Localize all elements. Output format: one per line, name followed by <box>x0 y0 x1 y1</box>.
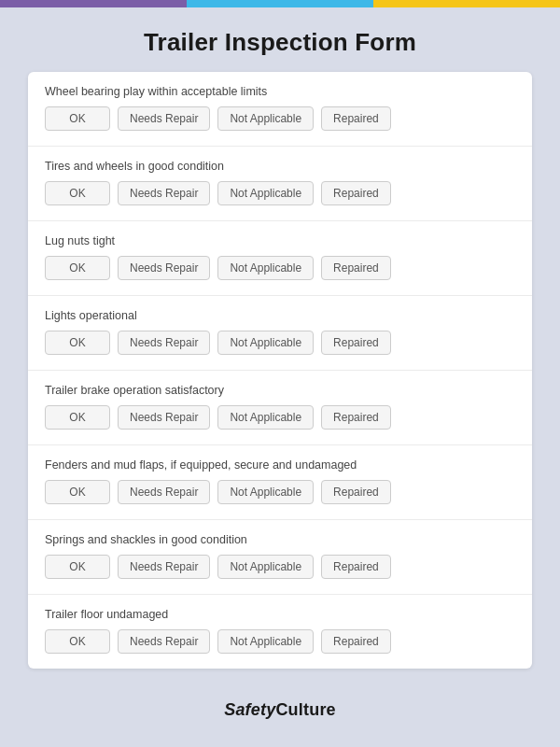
options-springs-shackles: OKNeeds RepairNot ApplicableRepaired <box>45 555 515 579</box>
top-bar <box>0 0 560 7</box>
option-btn-fenders-repaired[interactable]: Repaired <box>321 480 391 504</box>
option-btn-lights-not-applicable[interactable]: Not Applicable <box>217 331 314 355</box>
option-btn-trailer-floor-needs-repair[interactable]: Needs Repair <box>118 629 210 654</box>
option-btn-fenders-needs-repair[interactable]: Needs Repair <box>118 480 210 504</box>
inspection-item-lug-nuts: Lug nuts tightOKNeeds RepairNot Applicab… <box>28 221 532 296</box>
option-btn-fenders-ok[interactable]: OK <box>45 480 110 504</box>
item-label-tires-wheels: Tires and wheels in good condition <box>45 160 515 173</box>
top-bar-blue <box>187 0 373 7</box>
inspection-item-tires-wheels: Tires and wheels in good conditionOKNeed… <box>28 147 532 221</box>
item-label-trailer-brake: Trailer brake operation satisfactory <box>45 384 515 397</box>
inspection-item-wheel-bearing: Wheel bearing play within acceptable lim… <box>28 72 532 147</box>
brand-safety: Safety <box>224 700 275 719</box>
item-label-springs-shackles: Springs and shackles in good condition <box>45 533 515 546</box>
option-btn-trailer-floor-ok[interactable]: OK <box>45 629 110 654</box>
option-btn-fenders-not-applicable[interactable]: Not Applicable <box>217 480 314 504</box>
option-btn-springs-shackles-not-applicable[interactable]: Not Applicable <box>217 555 314 579</box>
option-btn-lights-repaired[interactable]: Repaired <box>321 331 391 355</box>
option-btn-lug-nuts-needs-repair[interactable]: Needs Repair <box>118 256 210 280</box>
option-btn-lights-ok[interactable]: OK <box>45 331 110 355</box>
option-btn-lug-nuts-repaired[interactable]: Repaired <box>321 256 391 280</box>
inspection-item-springs-shackles: Springs and shackles in good conditionOK… <box>28 520 532 595</box>
option-btn-wheel-bearing-needs-repair[interactable]: Needs Repair <box>118 106 210 131</box>
option-btn-trailer-floor-repaired[interactable]: Repaired <box>321 629 391 654</box>
option-btn-tires-wheels-needs-repair[interactable]: Needs Repair <box>118 181 210 205</box>
option-btn-springs-shackles-repaired[interactable]: Repaired <box>321 555 391 579</box>
options-lights: OKNeeds RepairNot ApplicableRepaired <box>45 331 515 355</box>
options-wheel-bearing: OKNeeds RepairNot ApplicableRepaired <box>45 106 515 131</box>
footer-brand: SafetyCulture <box>0 684 560 739</box>
option-btn-lug-nuts-not-applicable[interactable]: Not Applicable <box>217 256 314 280</box>
options-tires-wheels: OKNeeds RepairNot ApplicableRepaired <box>45 181 515 205</box>
item-label-lights: Lights operational <box>45 309 515 322</box>
option-btn-trailer-brake-repaired[interactable]: Repaired <box>321 405 391 430</box>
option-btn-trailer-floor-not-applicable[interactable]: Not Applicable <box>217 629 314 654</box>
option-btn-trailer-brake-ok[interactable]: OK <box>45 405 110 430</box>
option-btn-tires-wheels-repaired[interactable]: Repaired <box>321 181 391 205</box>
inspection-item-lights: Lights operationalOKNeeds RepairNot Appl… <box>28 296 532 371</box>
inspection-card: Wheel bearing play within acceptable lim… <box>28 72 532 669</box>
option-btn-tires-wheels-not-applicable[interactable]: Not Applicable <box>217 181 314 205</box>
page-title: Trailer Inspection Form <box>0 7 560 72</box>
option-btn-trailer-brake-needs-repair[interactable]: Needs Repair <box>118 405 210 430</box>
option-btn-wheel-bearing-not-applicable[interactable]: Not Applicable <box>217 106 314 131</box>
item-label-fenders: Fenders and mud flaps, if equipped, secu… <box>45 458 515 472</box>
options-fenders: OKNeeds RepairNot ApplicableRepaired <box>45 480 515 504</box>
option-btn-lights-needs-repair[interactable]: Needs Repair <box>118 331 210 355</box>
option-btn-springs-shackles-needs-repair[interactable]: Needs Repair <box>118 555 210 579</box>
inspection-item-trailer-brake: Trailer brake operation satisfactoryOKNe… <box>28 371 532 445</box>
top-bar-purple <box>0 0 187 7</box>
inspection-item-fenders: Fenders and mud flaps, if equipped, secu… <box>28 445 532 520</box>
options-trailer-floor: OKNeeds RepairNot ApplicableRepaired <box>45 629 515 654</box>
top-bar-yellow <box>373 0 560 7</box>
option-btn-trailer-brake-not-applicable[interactable]: Not Applicable <box>217 405 314 430</box>
option-btn-wheel-bearing-ok[interactable]: OK <box>45 106 110 131</box>
item-label-lug-nuts: Lug nuts tight <box>45 234 515 247</box>
item-label-trailer-floor: Trailer floor undamaged <box>45 608 515 621</box>
option-btn-springs-shackles-ok[interactable]: OK <box>45 555 110 579</box>
options-trailer-brake: OKNeeds RepairNot ApplicableRepaired <box>45 405 515 430</box>
option-btn-lug-nuts-ok[interactable]: OK <box>45 256 110 280</box>
item-label-wheel-bearing: Wheel bearing play within acceptable lim… <box>45 85 515 98</box>
options-lug-nuts: OKNeeds RepairNot ApplicableRepaired <box>45 256 515 280</box>
option-btn-wheel-bearing-repaired[interactable]: Repaired <box>321 106 391 131</box>
brand-culture: Culture <box>275 700 335 719</box>
option-btn-tires-wheels-ok[interactable]: OK <box>45 181 110 205</box>
inspection-item-trailer-floor: Trailer floor undamagedOKNeeds RepairNot… <box>28 595 532 669</box>
